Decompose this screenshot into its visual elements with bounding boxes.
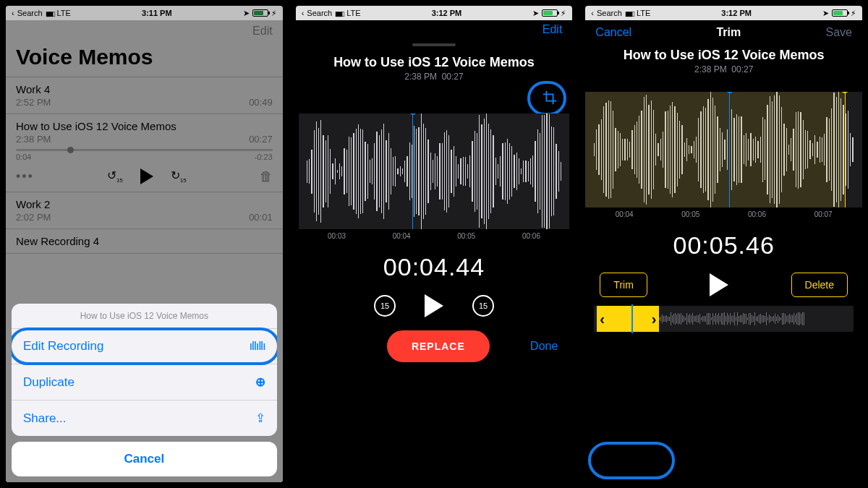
overview-track[interactable] (594, 306, 854, 332)
save-button[interactable]: Save (826, 26, 852, 39)
time-ruler: 00:0300:0400:0500:06 (299, 232, 570, 240)
trim-nav-bar: Cancel Trim Save (585, 20, 862, 45)
trim-button[interactable]: Trim (600, 273, 647, 297)
overview-playhead[interactable] (631, 304, 633, 333)
action-sheet: How to Use iOS 12 Voice Memos Edit Recor… (12, 304, 277, 476)
back-chevron-icon: ‹ (591, 9, 594, 17)
time-ruler: 00:0400:0500:0600:07 (585, 210, 862, 218)
sheet-duplicate[interactable]: Duplicate ⊕ (12, 364, 277, 401)
status-time: 3:12 PM (721, 9, 752, 17)
status-bar: ‹ Search LTE 3:12 PM ➤⚡︎ (585, 6, 862, 20)
overview-selection[interactable] (597, 306, 659, 332)
duplicate-icon: ⊕ (255, 374, 265, 390)
recording-subtitle: 2:38 PM 00:27 (299, 72, 570, 82)
waveform-icon: ıllıllı (249, 339, 265, 354)
battery-icon (542, 9, 558, 17)
screen-edit-recording: ‹ Search LTE 3:12 PM ➤⚡︎ Edit How to Use… (296, 6, 573, 482)
waveform-view[interactable] (585, 92, 862, 207)
signal-bars-icon (625, 9, 634, 17)
crop-trim-icon[interactable] (542, 90, 558, 106)
charging-icon: ⚡︎ (561, 9, 566, 18)
sheet-edit-recording[interactable]: Edit Recording ıllıllı (12, 329, 277, 364)
play-button[interactable] (425, 294, 443, 317)
recording-title: How to Use iOS 12 Voice Memos (299, 55, 570, 70)
highlight-callout (588, 442, 675, 479)
skip-forward-15-button[interactable]: 15 (472, 295, 494, 317)
play-button[interactable] (710, 273, 728, 296)
playhead[interactable] (412, 114, 413, 229)
signal-bars-icon (335, 9, 344, 17)
location-arrow-icon: ➤ (822, 9, 829, 18)
timecode: 00:05.46 (585, 231, 862, 260)
status-time: 3:12 PM (432, 9, 462, 17)
sheet-share[interactable]: Share... ⇪ (12, 401, 277, 436)
share-icon: ⇪ (255, 411, 265, 426)
battery-icon (832, 9, 848, 17)
location-arrow-icon: ➤ (532, 9, 539, 18)
playhead[interactable] (729, 92, 730, 207)
cancel-button[interactable]: Cancel (595, 26, 631, 39)
recording-title: How to Use iOS 12 Voice Memos (585, 48, 862, 63)
nav-title: Trim (716, 26, 741, 39)
charging-icon: ⚡︎ (851, 9, 856, 18)
timecode: 00:04.44 (299, 253, 570, 281)
recording-subtitle: 2:38 PM 00:27 (585, 64, 862, 74)
waveform-view[interactable] (299, 114, 570, 229)
delete-button[interactable]: Delete (791, 273, 848, 297)
edit-link[interactable]: Edit (296, 20, 573, 39)
sheet-grabber[interactable] (412, 43, 456, 46)
back-chevron-icon: ‹ (302, 9, 305, 17)
sheet-title: How to Use iOS 12 Voice Memos (12, 304, 277, 329)
replace-button[interactable]: REPLACE (387, 330, 490, 362)
trim-handle-right[interactable] (845, 92, 846, 207)
status-bar: ‹ Search LTE 3:12 PM ➤⚡︎ (296, 6, 573, 20)
screen-voice-memos-list: ‹ Search LTE 3:11 PM ➤ ⚡︎ Edit Voice Mem… (6, 6, 283, 482)
done-button[interactable]: Done (530, 340, 558, 353)
screen-trim: ‹ Search LTE 3:12 PM ➤⚡︎ Cancel Trim Sav… (585, 6, 862, 482)
sheet-cancel-button[interactable]: Cancel (12, 442, 277, 476)
skip-back-15-button[interactable]: 15 (374, 295, 396, 317)
trim-selection (585, 92, 846, 207)
